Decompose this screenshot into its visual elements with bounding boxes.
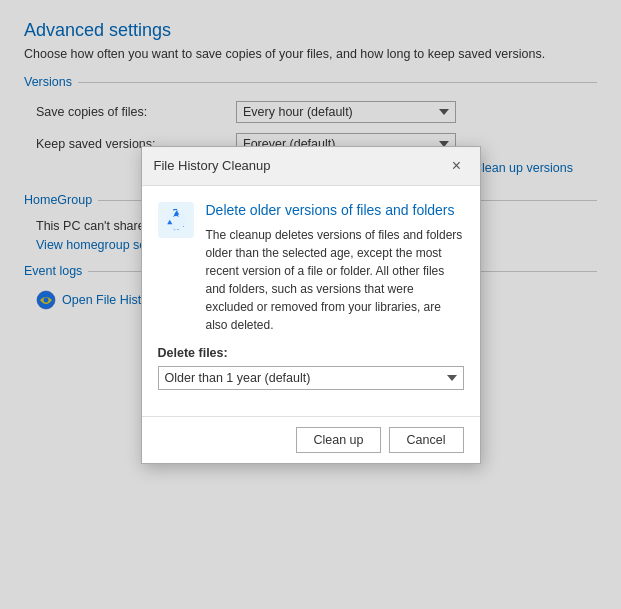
dialog-overlay: File History Cleanup ×: [0, 0, 621, 609]
dialog-heading: Delete older versions of files and folde…: [206, 202, 464, 218]
dialog-recycle-icon: [158, 202, 194, 238]
dialog-body: Delete older versions of files and folde…: [142, 186, 480, 416]
dialog-close-button[interactable]: ×: [446, 155, 468, 177]
dialog-heading-content: Delete older versions of files and folde…: [206, 202, 464, 334]
delete-files-label: Delete files:: [158, 346, 464, 360]
dialog-header-row: Delete older versions of files and folde…: [158, 202, 464, 334]
main-content: Advanced settings Choose how often you w…: [0, 0, 621, 609]
svg-point-5: [172, 216, 180, 224]
dialog-footer: Clean up Cancel: [142, 416, 480, 463]
dialog-title: File History Cleanup: [154, 158, 271, 173]
cancel-button[interactable]: Cancel: [389, 427, 464, 453]
file-history-cleanup-dialog: File History Cleanup ×: [141, 146, 481, 464]
dialog-titlebar: File History Cleanup ×: [142, 147, 480, 186]
cleanup-button[interactable]: Clean up: [296, 427, 380, 453]
dialog-description: The cleanup deletes versions of files an…: [206, 226, 464, 334]
delete-files-select[interactable]: Older than 1 year (default) All but the …: [158, 366, 464, 390]
